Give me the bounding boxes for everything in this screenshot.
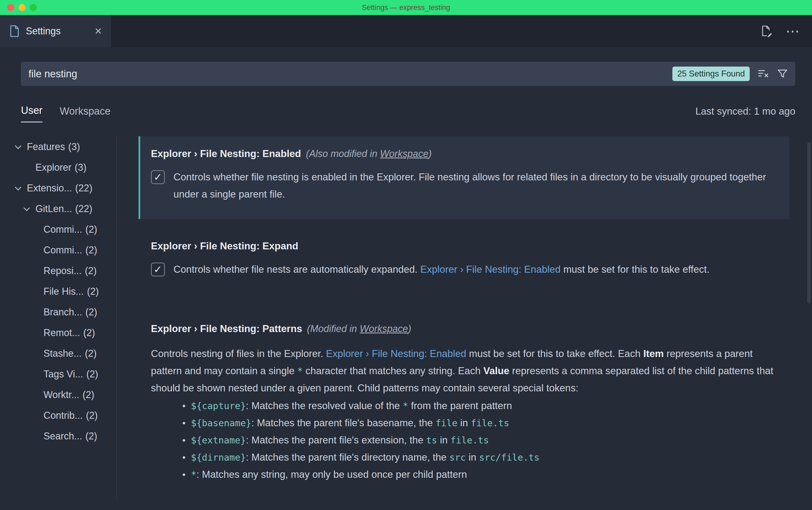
check-icon: ✓	[153, 264, 162, 275]
settings-search-bar: 25 Settings Found	[21, 62, 795, 86]
list-item: • ${capture}: Matches the resolved value…	[151, 397, 779, 415]
filter-icon[interactable]	[777, 68, 788, 79]
editor-tabbar: Settings ✕ ⋯	[0, 15, 812, 47]
chevron-down-icon[interactable]	[24, 206, 30, 212]
checkbox[interactable]: ✓	[151, 263, 165, 276]
toc-item[interactable]: Features (3)	[0, 137, 116, 157]
setting-title: Explorer › File Nesting: Enabled	[151, 148, 301, 159]
toc-item-count: (2)	[85, 265, 97, 276]
toc-item-label: Search...	[44, 430, 82, 442]
minimize-window-button[interactable]	[19, 4, 26, 11]
tab-settings[interactable]: Settings ✕	[0, 15, 111, 47]
bullet-dot: •	[182, 415, 185, 431]
toc-item-count: (2)	[85, 430, 97, 442]
setting-description: Controls whether file nesting is enabled…	[173, 169, 779, 203]
toc-item[interactable]: File His... (2)	[0, 281, 116, 302]
toc-item-label: Extensio...	[27, 182, 72, 194]
toc-list: Features (3) Explorer (3) Extensio... (2…	[0, 137, 116, 446]
chevron-down-icon[interactable]	[15, 185, 22, 191]
setting-description: Controls whether file nests are automati…	[173, 261, 709, 278]
titlebar: Settings — express_testing	[0, 0, 812, 15]
toc-item-label: Commi...	[44, 224, 82, 235]
setting-row-file-nesting-patterns[interactable]: Explorer › File Nesting: Patterns (Modif…	[139, 311, 789, 499]
toc-item[interactable]: Remot... (2)	[0, 322, 116, 343]
bullet-dot: •	[182, 449, 185, 466]
check-icon: ✓	[153, 172, 162, 182]
clear-filters-icon[interactable]	[757, 68, 770, 79]
toc-item[interactable]: Commi... (2)	[0, 240, 116, 260]
toc-item-count: (3)	[68, 141, 80, 152]
toc-item[interactable]: Worktr... (2)	[0, 384, 116, 405]
toc-item[interactable]: Tags Vi... (2)	[0, 364, 116, 384]
toc-item-label: Stashe...	[44, 348, 82, 359]
setting-description: Controls nesting of files in the Explore…	[151, 345, 779, 397]
token-description: ${extname}: Matches the parent file's ex…	[191, 431, 489, 449]
list-item: • ${extname}: Matches the parent file's …	[151, 431, 779, 449]
settings-found-badge: 25 Settings Found	[672, 66, 750, 81]
maximize-window-button[interactable]	[30, 4, 37, 11]
scrollbar-thumb[interactable]	[807, 142, 811, 303]
toc-item-label: GitLen...	[35, 203, 72, 214]
toc-item-count: (2)	[83, 327, 95, 338]
toc-item-label: Tags Vi...	[44, 368, 83, 380]
search-input[interactable]	[28, 68, 665, 80]
setting-modified-note: (Modified in Workspace)	[307, 323, 411, 334]
toc-item-label: Explorer	[35, 162, 71, 173]
setting-title: Explorer › File Nesting: Expand	[151, 240, 298, 252]
open-settings-json-icon[interactable]	[760, 25, 773, 37]
close-window-button[interactable]	[7, 4, 14, 11]
settings-toc: Features (3) Explorer (3) Extensio... (2…	[0, 137, 116, 499]
toc-item[interactable]: Contrib... (2)	[0, 405, 116, 426]
list-item: • *: Matches any string, may only be use…	[151, 466, 779, 483]
toc-item-label: Contrib...	[44, 410, 83, 421]
tab-workspace[interactable]: Workspace	[60, 106, 110, 122]
tab-user[interactable]: User	[21, 105, 42, 122]
toc-item[interactable]: Commi... (2)	[0, 219, 116, 240]
bullet-dot: •	[182, 397, 185, 415]
toc-item[interactable]: Branch... (2)	[0, 302, 116, 322]
toc-item[interactable]: Search... (2)	[0, 426, 116, 446]
toc-item-count: (22)	[75, 182, 92, 194]
toc-item-label: Branch...	[44, 306, 82, 318]
settings-main: Features (3) Explorer (3) Extensio... (2…	[0, 137, 812, 499]
tab-actions: ⋯	[760, 15, 812, 47]
toc-item-count: (22)	[75, 203, 92, 214]
close-tab-icon[interactable]: ✕	[94, 27, 102, 36]
more-actions-icon[interactable]: ⋯	[786, 24, 800, 38]
toc-item-count: (2)	[82, 389, 94, 400]
toc-item-count: (2)	[85, 306, 97, 318]
chevron-down-icon[interactable]	[15, 144, 22, 150]
settings-list: Explorer › File Nesting: Enabled (Also m…	[117, 137, 812, 499]
toc-item-label: Features	[27, 141, 65, 152]
toc-item-count: (3)	[75, 162, 86, 173]
traffic-lights	[7, 4, 37, 11]
settings-file-icon	[9, 25, 19, 37]
window-title: Settings — express_testing	[362, 3, 450, 12]
toc-item[interactable]: Explorer (3)	[0, 157, 116, 178]
token-description: *: Matches any string, may only be used …	[191, 466, 467, 483]
toc-item-label: Worktr...	[44, 389, 79, 400]
setting-title: Explorer › File Nesting: Patterns	[151, 323, 302, 334]
setting-modified-note: (Also modified in Workspace)	[306, 148, 432, 159]
scope-tabs: User Workspace Last synced: 1 mo ago	[21, 105, 795, 122]
toc-item-count: (2)	[85, 224, 97, 235]
bullet-dot: •	[182, 432, 185, 449]
token-description: ${dirname}: Matches the parent file's di…	[191, 449, 540, 466]
checkbox[interactable]: ✓	[151, 170, 165, 184]
toc-item-label: File His...	[44, 286, 84, 297]
list-item: • ${dirname}: Matches the parent file's …	[151, 449, 779, 466]
token-list: • ${capture}: Matches the resolved value…	[151, 397, 779, 483]
toc-item-label: Remot...	[44, 327, 80, 338]
toc-item-count: (2)	[85, 348, 97, 359]
toc-item[interactable]: GitLen... (22)	[0, 198, 116, 219]
toc-item[interactable]: Extensio... (22)	[0, 178, 116, 198]
toc-item-count: (2)	[86, 410, 98, 421]
toc-item-label: Commi...	[44, 244, 82, 256]
toc-item-count: (2)	[87, 286, 99, 297]
list-item: • ${basename}: Matches the parent file's…	[151, 415, 779, 431]
setting-row-file-nesting-enabled[interactable]: Explorer › File Nesting: Enabled (Also m…	[139, 137, 789, 219]
last-synced-label: Last synced: 1 mo ago	[695, 106, 795, 122]
toc-item[interactable]: Reposi... (2)	[0, 260, 116, 281]
setting-row-file-nesting-expand[interactable]: Explorer › File Nesting: Expand ✓ Contro…	[139, 229, 789, 294]
toc-item[interactable]: Stashe... (2)	[0, 343, 116, 364]
